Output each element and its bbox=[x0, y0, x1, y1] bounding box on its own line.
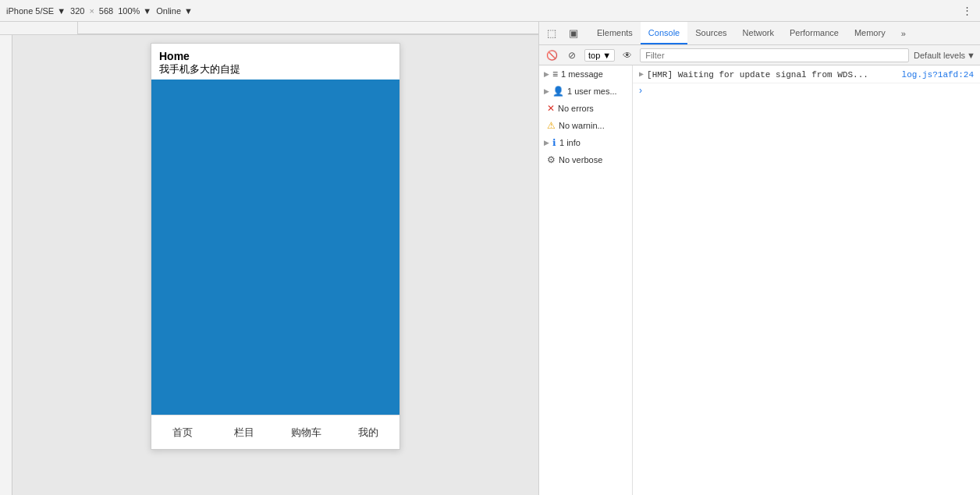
clear-console-button[interactable]: 🚫 bbox=[544, 48, 559, 63]
inspect-icon[interactable]: ⬚ bbox=[542, 24, 561, 43]
device-selector[interactable]: iPhone 5/SE ▼ bbox=[6, 6, 66, 16]
phone-content: Home 我手机多大的自提 bbox=[151, 44, 399, 415]
context-value: top bbox=[588, 51, 600, 60]
prompt-arrow-icon: › bbox=[639, 85, 642, 96]
ruler-horizontal bbox=[78, 22, 538, 34]
online-selector[interactable]: Online ▼ bbox=[156, 6, 193, 16]
tab-elements[interactable]: Elements bbox=[589, 22, 641, 44]
log-source[interactable]: log.js?1afd:24 bbox=[902, 69, 974, 81]
console-main: ▶ [HMR] Waiting for update signal from W… bbox=[633, 65, 980, 495]
height-value: 568 bbox=[99, 6, 113, 16]
error-icon: ✕ bbox=[547, 103, 555, 114]
info-icon: ℹ bbox=[552, 137, 556, 148]
online-arrow-icon: ▼ bbox=[184, 6, 193, 16]
console-split: ▶ ≡ 1 message ▶ 👤 1 user mes... ✕ No err… bbox=[539, 65, 980, 495]
sidebar-item-messages[interactable]: ▶ ≡ 1 message bbox=[539, 65, 632, 83]
phone-main-content bbox=[151, 80, 399, 415]
ruler-row bbox=[0, 22, 538, 35]
devtools-top-bar: iPhone 5/SE ▼ 320 × 568 100% ▼ Online ▼ … bbox=[0, 0, 980, 22]
log-message: [HMR] Waiting for update signal from WDS… bbox=[647, 69, 902, 81]
separator: × bbox=[89, 6, 94, 16]
ruler-vertical bbox=[0, 35, 12, 495]
browser-content-area: Home 我手机多大的自提 首页 栏目 购物车 我的 bbox=[0, 35, 538, 495]
ruler-corner bbox=[0, 22, 78, 34]
default-levels-selector[interactable]: Default levels ▼ bbox=[914, 51, 975, 60]
tab-sources[interactable]: Sources bbox=[687, 22, 734, 44]
device-name: iPhone 5/SE bbox=[6, 6, 54, 16]
console-sidebar: ▶ ≡ 1 message ▶ 👤 1 user mes... ✕ No err… bbox=[539, 65, 633, 495]
nav-item-columns[interactable]: 栏目 bbox=[214, 415, 276, 449]
devtools-tab-icons: ⬚ ▣ bbox=[542, 24, 583, 43]
phone-nav: 首页 栏目 购物车 我的 bbox=[151, 415, 399, 449]
info-arrow-icon: ▶ bbox=[544, 139, 549, 147]
more-tabs-button[interactable]: » bbox=[897, 29, 911, 38]
context-arrow-icon: ▼ bbox=[602, 51, 611, 60]
phone-frame: Home 我手机多大的自提 首页 栏目 购物车 我的 bbox=[151, 43, 400, 450]
sidebar-item-info[interactable]: ▶ ℹ 1 info bbox=[539, 134, 632, 151]
main-layout: Home 我手机多大的自提 首页 栏目 购物车 我的 bbox=[0, 22, 980, 495]
console-log-entry: ▶ [HMR] Waiting for update signal from W… bbox=[633, 67, 980, 83]
console-toolbar: 🚫 ⊘ top ▼ 👁 Default levels ▼ bbox=[539, 45, 980, 65]
nav-item-home[interactable]: 首页 bbox=[151, 415, 214, 449]
zoom-arrow-icon: ▼ bbox=[143, 6, 151, 16]
devtools-panel: ⬚ ▣ Elements Console Sources Network Per… bbox=[538, 22, 980, 495]
tab-performance[interactable]: Performance bbox=[782, 22, 847, 44]
tab-memory[interactable]: Memory bbox=[847, 22, 893, 44]
devtools-tabs: ⬚ ▣ Elements Console Sources Network Per… bbox=[539, 22, 980, 45]
console-prompt: › bbox=[633, 83, 980, 97]
messages-arrow-icon: ▶ bbox=[544, 70, 549, 78]
sidebar-item-user-messages[interactable]: ▶ 👤 1 user mes... bbox=[539, 83, 632, 100]
nav-item-mine[interactable]: 我的 bbox=[338, 415, 400, 449]
default-levels-arrow-icon: ▼ bbox=[967, 51, 975, 60]
zoom-selector[interactable]: 100% ▼ bbox=[118, 6, 151, 16]
width-value: 320 bbox=[70, 6, 84, 16]
phone-title: Home bbox=[159, 50, 392, 62]
phone-container: Home 我手机多大的自提 首页 栏目 购物车 我的 bbox=[12, 35, 538, 495]
context-selector[interactable]: top ▼ bbox=[584, 49, 615, 62]
filter-toggle-button[interactable]: ⊘ bbox=[564, 48, 580, 63]
tab-network[interactable]: Network bbox=[735, 22, 782, 44]
eye-icon[interactable]: 👁 bbox=[620, 48, 635, 63]
filter-input[interactable] bbox=[640, 48, 909, 62]
tab-console[interactable]: Console bbox=[641, 22, 687, 44]
phone-subtitle: 我手机多大的自提 bbox=[159, 62, 392, 76]
user-messages-arrow-icon: ▶ bbox=[544, 87, 549, 95]
user-icon: 👤 bbox=[552, 86, 564, 97]
online-value: Online bbox=[156, 6, 181, 16]
device-arrow-icon: ▼ bbox=[57, 6, 66, 16]
zoom-value: 100% bbox=[118, 6, 140, 16]
capture-icon[interactable]: ⋮ bbox=[960, 3, 974, 18]
warning-icon: ⚠ bbox=[547, 120, 556, 131]
device-icon[interactable]: ▣ bbox=[564, 24, 583, 43]
log-expand-arrow-icon[interactable]: ▶ bbox=[639, 69, 644, 81]
sidebar-item-verbose[interactable]: ⚙ No verbose bbox=[539, 151, 632, 168]
browser-panel: Home 我手机多大的自提 首页 栏目 购物车 我的 bbox=[0, 22, 538, 495]
sidebar-item-warnings[interactable]: ⚠ No warnin... bbox=[539, 117, 632, 134]
messages-icon: ≡ bbox=[552, 69, 558, 80]
verbose-icon: ⚙ bbox=[547, 154, 556, 165]
phone-header: Home 我手机多大的自提 bbox=[151, 44, 399, 80]
sidebar-item-errors[interactable]: ✕ No errors bbox=[539, 100, 632, 117]
nav-item-cart[interactable]: 购物车 bbox=[275, 415, 338, 449]
top-icons: ⋮ bbox=[960, 3, 974, 18]
